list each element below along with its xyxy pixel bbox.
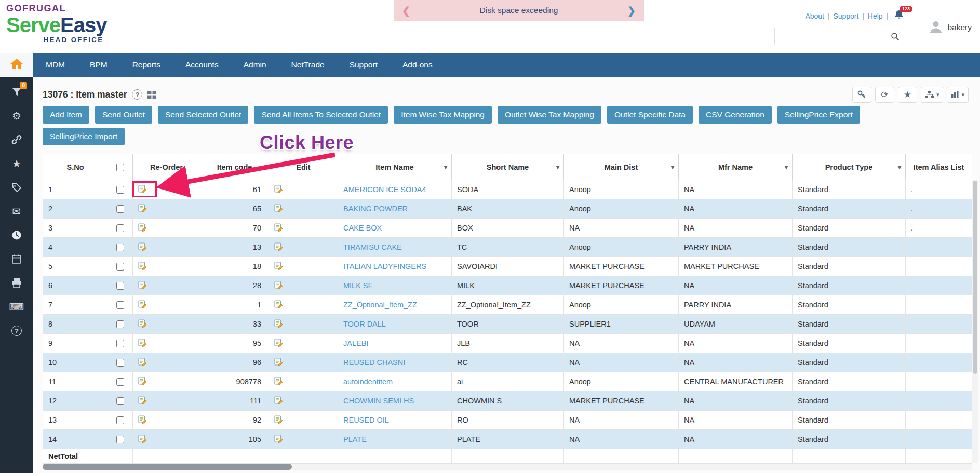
refresh-icon[interactable]: ⟳ — [875, 87, 894, 103]
col-header-main-dist[interactable]: Main Dist▾ — [564, 154, 679, 180]
vertical-scrollbar-thumb[interactable] — [973, 181, 977, 374]
col-header-item-code[interactable]: Item code▾ — [200, 154, 269, 180]
select-all-checkbox[interactable] — [116, 164, 124, 171]
csv-generation-button[interactable]: CSV Generation — [699, 106, 772, 124]
item-name-link[interactable]: REUSED OIL — [343, 416, 389, 424]
search-input[interactable] — [779, 32, 891, 40]
col-header-product-type[interactable]: Product Type▾ — [793, 154, 906, 180]
row-checkbox[interactable] — [116, 416, 124, 424]
row-checkbox[interactable] — [116, 263, 124, 271]
col-header-item-name[interactable]: Item Name▾ — [338, 154, 452, 180]
item-name-link[interactable]: AMERICON ICE SODA4 — [343, 185, 426, 194]
reorder-icon[interactable] — [138, 184, 147, 193]
row-checkbox[interactable] — [116, 205, 124, 213]
send-selected-outlet-button[interactable]: Send Selected Outlet — [158, 106, 249, 124]
calendar-icon[interactable] — [0, 247, 33, 271]
column-dropdown-icon[interactable]: ▾ — [556, 164, 559, 171]
column-dropdown-icon[interactable]: ▾ — [671, 164, 674, 171]
item-name-link[interactable]: CAKE BOX — [343, 224, 382, 232]
row-checkbox[interactable] — [116, 282, 124, 290]
edit-icon[interactable] — [274, 338, 283, 347]
edit-icon[interactable] — [274, 184, 283, 193]
edit-icon[interactable] — [274, 242, 283, 251]
edit-icon[interactable] — [274, 434, 283, 443]
item-name-link[interactable]: TIRAMISU CAKE — [343, 243, 402, 251]
chart-dropdown-icon[interactable]: ▾ — [947, 87, 969, 103]
edit-icon[interactable] — [274, 376, 283, 385]
row-checkbox[interactable] — [116, 320, 124, 328]
row-checkbox[interactable] — [116, 397, 124, 405]
horizontal-scrollbar-thumb[interactable] — [43, 464, 292, 470]
reorder-icon[interactable] — [138, 319, 147, 328]
nav-item-add-ons[interactable]: Add-ons — [390, 53, 445, 77]
item-name-link[interactable]: MILK SF — [343, 281, 372, 290]
row-checkbox[interactable] — [116, 186, 124, 194]
header-link-support[interactable]: Support — [833, 12, 858, 20]
link-icon[interactable] — [0, 128, 33, 152]
edit-icon[interactable] — [274, 396, 283, 404]
item-name-link[interactable]: TOOR DALL — [343, 320, 386, 328]
reorder-icon[interactable] — [138, 338, 147, 347]
nav-item-reports[interactable]: Reports — [120, 53, 173, 77]
nav-item-bpm[interactable]: BPM — [77, 53, 120, 77]
filter-icon[interactable]: 0 — [0, 80, 33, 104]
edit-icon[interactable] — [274, 223, 283, 232]
column-dropdown-icon[interactable]: ▾ — [261, 164, 264, 171]
print-icon[interactable] — [0, 271, 33, 295]
nav-home-button[interactable] — [0, 53, 33, 77]
reorder-icon[interactable] — [138, 415, 147, 424]
favorite-icon[interactable]: ★ — [898, 87, 917, 103]
title-help-icon[interactable]: ? — [132, 89, 142, 100]
grid-view-icon[interactable] — [147, 91, 156, 99]
edit-icon[interactable] — [274, 415, 283, 424]
nav-item-mdm[interactable]: MDM — [33, 53, 77, 77]
item-name-link[interactable]: BAKING POWDER — [343, 205, 408, 213]
banner-prev-icon[interactable]: ❮ — [402, 5, 410, 17]
edit-icon[interactable] — [274, 300, 283, 308]
item-name-link[interactable]: PLATE — [343, 435, 367, 443]
reorder-icon[interactable] — [138, 357, 147, 366]
header-link-help[interactable]: Help — [868, 12, 883, 20]
col-header-mfr-name[interactable]: Mfr Name▾ — [679, 154, 793, 180]
item-name-link[interactable]: autoindentitem — [343, 377, 393, 386]
column-dropdown-icon[interactable]: ▾ — [444, 164, 447, 171]
keyboard-icon[interactable]: ⌨ — [0, 295, 33, 319]
tag-icon[interactable] — [0, 175, 33, 199]
outlet-specific-data-button[interactable]: Outlet Specific Data — [607, 106, 693, 124]
settings-key-icon[interactable] — [852, 87, 871, 103]
clock-icon[interactable] — [0, 223, 33, 247]
hierarchy-dropdown-icon[interactable]: ▾ — [921, 87, 944, 103]
notification-bell-icon[interactable]: 123 — [894, 9, 904, 22]
column-dropdown-icon[interactable]: ▾ — [898, 164, 901, 171]
item-name-link[interactable]: JALEBI — [343, 339, 368, 347]
item-name-link[interactable]: CHOWMIN SEMI HS — [343, 397, 414, 405]
reorder-icon[interactable] — [138, 434, 147, 443]
item-name-link[interactable]: ZZ_Optional_Item_ZZ — [343, 301, 417, 309]
mail-icon[interactable]: ✉ — [0, 199, 33, 223]
send-all-items-to-selected-outlet-button[interactable]: Send All Items To Selected Outlet — [254, 106, 388, 124]
row-checkbox[interactable] — [116, 244, 124, 251]
edit-icon[interactable] — [274, 357, 283, 366]
favorites-star-icon[interactable]: ★ — [0, 152, 33, 175]
reorder-icon[interactable] — [138, 396, 147, 404]
search-icon[interactable] — [891, 32, 900, 41]
help-icon[interactable]: ? — [0, 319, 33, 343]
row-checkbox[interactable] — [116, 301, 124, 309]
column-dropdown-icon[interactable]: ▾ — [785, 164, 788, 171]
item-wise-tax-mapping-button[interactable]: Item Wise Tax Mapping — [394, 106, 492, 124]
reorder-icon[interactable] — [138, 300, 147, 308]
nav-item-admin[interactable]: Admin — [231, 53, 279, 77]
add-item-button[interactable]: Add Item — [43, 106, 89, 124]
brand-logo[interactable]: GOFRUGAL ServeEasy HEAD OFFICE — [6, 3, 106, 44]
col-header-short-name[interactable]: Short Name▾ — [452, 154, 564, 180]
reorder-icon[interactable] — [138, 280, 147, 289]
nav-item-support[interactable]: Support — [337, 53, 390, 77]
row-checkbox[interactable] — [116, 340, 124, 347]
edit-icon[interactable] — [274, 204, 283, 212]
reorder-icon[interactable] — [138, 261, 147, 270]
reorder-icon[interactable] — [138, 223, 147, 232]
item-name-link[interactable]: REUSED CHASNI — [343, 358, 405, 367]
row-checkbox[interactable] — [116, 359, 124, 367]
user-menu[interactable]: bakery — [928, 19, 972, 36]
sellingprice-import-button[interactable]: SellingPrice Import — [43, 128, 125, 145]
